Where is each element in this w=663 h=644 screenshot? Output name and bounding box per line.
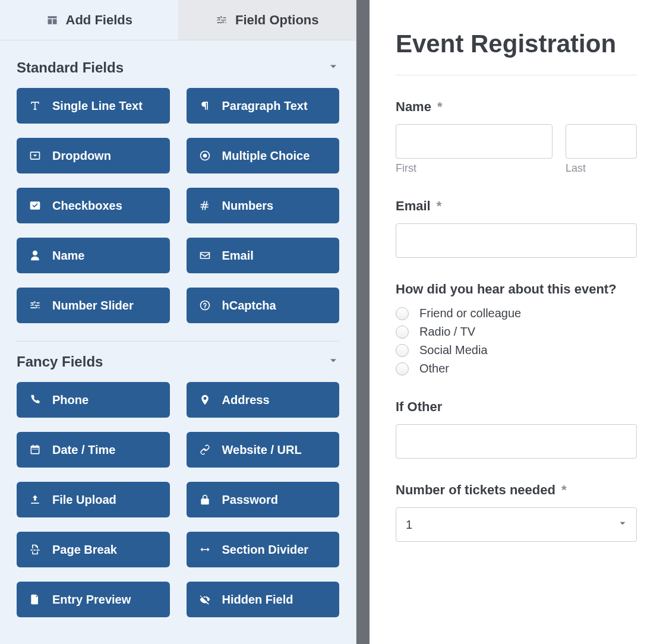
radio-friend-or-colleague[interactable]: Friend or colleague xyxy=(396,307,637,320)
layout-icon xyxy=(46,14,59,27)
field-label: Checkboxes xyxy=(52,199,122,213)
upload-icon xyxy=(29,493,42,506)
tabbar: Add Fields Field Options xyxy=(0,0,356,40)
name-label: Name * xyxy=(396,99,637,115)
user-icon xyxy=(29,249,42,262)
arrows-icon xyxy=(198,543,211,556)
field-hcaptcha[interactable]: hCaptcha xyxy=(187,288,340,323)
field-phone[interactable]: Phone xyxy=(17,382,170,418)
doc-icon xyxy=(29,593,42,606)
field-numbers[interactable]: Numbers xyxy=(187,188,340,223)
radio-bullet xyxy=(396,307,409,320)
field-label: Multiple Choice xyxy=(222,149,310,163)
phone-icon xyxy=(29,393,42,406)
form-preview: Event Registration Name * First Last Ema… xyxy=(370,0,663,644)
tickets-label: Number of tickets needed * xyxy=(396,482,637,498)
field-file-upload[interactable]: File Upload xyxy=(17,482,170,517)
fields-panel: Add Fields Field Options Standard Fields… xyxy=(0,0,356,644)
field-label: Hidden Field xyxy=(222,593,293,607)
tab-label: Add Fields xyxy=(66,12,132,28)
other-input[interactable] xyxy=(396,424,637,459)
radio-label: Social Media xyxy=(419,343,488,357)
field-label: hCaptcha xyxy=(222,299,276,312)
section-fancy-header[interactable]: Fancy Fields xyxy=(17,353,339,370)
field-label: Phone xyxy=(52,393,89,407)
field-label: Website / URL xyxy=(222,443,302,457)
tab-add-fields[interactable]: Add Fields xyxy=(0,0,178,40)
chevron-down-icon xyxy=(617,518,628,532)
field-single-line-text[interactable]: Single Line Text xyxy=(17,88,170,124)
tab-label: Field Options xyxy=(235,12,319,28)
eyeoff-icon xyxy=(198,593,211,606)
field-label: Address xyxy=(222,393,270,407)
mail-icon xyxy=(198,249,211,262)
field-address[interactable]: Address xyxy=(187,382,340,418)
radio-bullet xyxy=(396,362,409,375)
radio-label: Friend or colleague xyxy=(419,307,521,320)
gutter xyxy=(356,0,370,644)
field-password[interactable]: Password xyxy=(187,482,340,517)
radio-label: Other xyxy=(419,362,449,375)
lock-icon xyxy=(198,493,211,506)
field-entry-preview[interactable]: Entry Preview xyxy=(17,582,170,617)
chevron-down-icon xyxy=(327,61,339,75)
radio-other[interactable]: Other xyxy=(396,362,637,375)
radio-icon xyxy=(198,149,211,162)
field-label: Number Slider xyxy=(52,299,134,312)
calendar-icon xyxy=(29,443,42,456)
form-title: Event Registration xyxy=(396,30,637,58)
tab-field-options[interactable]: Field Options xyxy=(178,0,356,40)
email-input[interactable] xyxy=(396,223,637,258)
radio-bullet xyxy=(396,344,409,357)
field-hidden-field[interactable]: Hidden Field xyxy=(187,582,340,617)
help-icon xyxy=(198,299,211,312)
field-source: How did you hear about this event? Frien… xyxy=(396,282,637,375)
field-name[interactable]: Name xyxy=(17,238,170,273)
field-website-url[interactable]: Website / URL xyxy=(187,432,340,468)
field-label: Date / Time xyxy=(52,443,115,457)
field-tickets: Number of tickets needed * 1 xyxy=(396,482,637,542)
field-label: Entry Preview xyxy=(52,593,131,607)
first-name-input[interactable] xyxy=(396,124,552,159)
field-label: Page Break xyxy=(52,543,117,557)
field-date-time[interactable]: Date / Time xyxy=(17,432,170,468)
radio-radio-tv[interactable]: Radio / TV xyxy=(396,325,637,339)
section-standard-header[interactable]: Standard Fields xyxy=(17,59,339,76)
field-email[interactable]: Email xyxy=(187,238,340,273)
tickets-select[interactable]: 1 xyxy=(396,507,637,542)
section-title: Standard Fields xyxy=(17,59,124,76)
radio-social-media[interactable]: Social Media xyxy=(396,343,637,357)
source-label: How did you hear about this event? xyxy=(396,282,637,297)
pin-icon xyxy=(198,393,211,406)
other-label: If Other xyxy=(396,399,637,415)
dropdown-icon xyxy=(29,149,42,162)
last-sublabel: Last xyxy=(566,162,637,175)
field-label: Email xyxy=(222,249,254,263)
pagebreak-icon xyxy=(29,543,42,556)
field-number-slider[interactable]: Number Slider xyxy=(17,288,170,323)
required-mark: * xyxy=(437,198,442,213)
field-multiple-choice[interactable]: Multiple Choice xyxy=(187,138,340,173)
field-page-break[interactable]: Page Break xyxy=(17,532,170,567)
fancy-fields-grid: PhoneAddressDate / TimeWebsite / URLFile… xyxy=(17,382,339,617)
divider xyxy=(17,341,339,342)
link-icon xyxy=(198,443,211,456)
field-name: Name * First Last xyxy=(396,99,637,175)
field-checkboxes[interactable]: Checkboxes xyxy=(17,188,170,223)
field-label: Paragraph Text xyxy=(222,99,308,113)
field-label: File Upload xyxy=(52,493,116,507)
email-label: Email * xyxy=(396,198,637,214)
field-label: Numbers xyxy=(222,199,274,213)
field-label: Password xyxy=(222,493,278,507)
checkbox-icon xyxy=(29,199,42,212)
section-title: Fancy Fields xyxy=(17,353,103,370)
source-options: Friend or colleagueRadio / TVSocial Medi… xyxy=(396,307,637,375)
field-paragraph-text[interactable]: Paragraph Text xyxy=(187,88,340,124)
last-name-input[interactable] xyxy=(566,124,637,159)
first-sublabel: First xyxy=(396,162,552,175)
field-dropdown[interactable]: Dropdown xyxy=(17,138,170,173)
hash-icon xyxy=(198,199,211,212)
paragraph-icon xyxy=(198,99,211,112)
sliders-icon xyxy=(215,14,228,27)
field-section-divider[interactable]: Section Divider xyxy=(187,532,340,567)
